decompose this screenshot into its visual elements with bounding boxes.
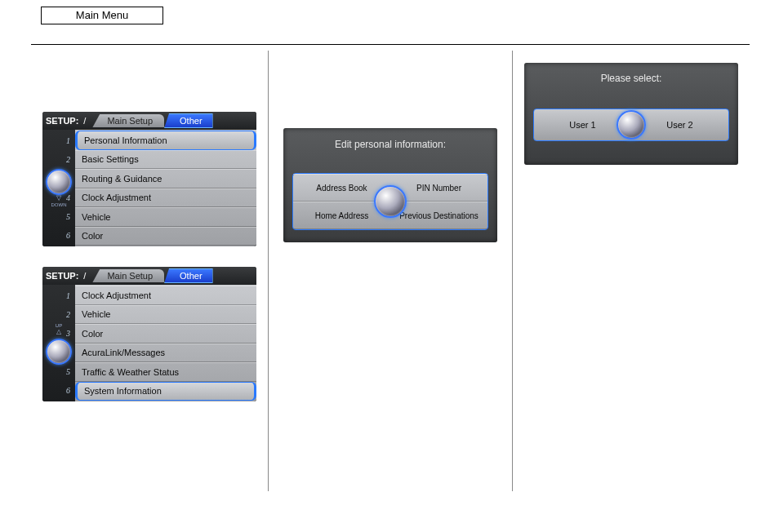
menu-item-traffic-weather[interactable]: Traffic & Weather Status: [75, 362, 256, 382]
chevron-down-icon: ▽: [51, 195, 67, 202]
row-number: 6: [42, 231, 73, 240]
screen-header: SETUP: / Main Setup Other: [42, 267, 256, 285]
selector-knob[interactable]: [374, 185, 407, 218]
column-1: SETUP: / Main Setup Other 1 2 3 4 5 6: [31, 51, 268, 491]
row-number: 1: [42, 291, 73, 300]
edit-personal-info-screen: Edit personal information: Address Book …: [283, 128, 497, 242]
user-body: User 1 User 2: [524, 94, 738, 155]
setup-label: SETUP:: [46, 271, 78, 281]
columns: SETUP: / Main Setup Other 1 2 3 4 5 6: [31, 51, 750, 491]
info-body: Address Book Home Address PIN Number Pre…: [283, 161, 497, 242]
up-arrow-icon[interactable]: UP △: [56, 322, 62, 335]
menu-item-color[interactable]: Color: [75, 324, 256, 344]
info-panel: Address Book Home Address PIN Number Pre…: [292, 173, 488, 230]
setup-screen-1: SETUP: / Main Setup Other 1 2 3 4 5 6: [42, 112, 256, 246]
slash: /: [83, 271, 86, 281]
user-select-screen: Please select: User 1 User 2: [524, 63, 738, 165]
divider: [31, 44, 750, 45]
down-arrow-icon[interactable]: ▽ DOWN: [51, 195, 67, 208]
selector-knob[interactable]: [46, 169, 72, 195]
menu-item-clock-adjustment[interactable]: Clock Adjustment: [75, 188, 256, 208]
knob-column: 1 2 3 4 5 6 ▽ DOWN: [42, 130, 75, 246]
menu-item-clock-adjustment[interactable]: Clock Adjustment: [75, 286, 256, 305]
tab-other[interactable]: Other: [164, 268, 213, 283]
knob-column: 1 2 3 4 5 6 UP △: [42, 285, 75, 401]
menu-list: Personal Information Basic Settings Rout…: [75, 130, 256, 246]
setup-screen-2: SETUP: / Main Setup Other 1 2 3 4 5 6: [42, 267, 256, 401]
tab-main-setup[interactable]: Main Setup: [92, 114, 164, 127]
row-number: 5: [42, 367, 73, 376]
screen-header: SETUP: / Main Setup Other: [42, 112, 256, 130]
main-menu-button[interactable]: Main Menu: [41, 7, 163, 24]
row-number: 5: [42, 212, 73, 221]
row-number: 2: [42, 155, 73, 164]
down-label: DOWN: [51, 202, 67, 208]
chevron-up-icon: △: [56, 329, 62, 335]
user-panel: User 1 User 2: [533, 109, 729, 141]
screen-title: Please select:: [524, 63, 738, 94]
setup-label: SETUP:: [46, 116, 78, 126]
row-number: 2: [42, 310, 73, 319]
tab-main-setup[interactable]: Main Setup: [92, 269, 164, 282]
menu-item-personal-information[interactable]: Personal Information: [75, 131, 256, 150]
menu-item-color[interactable]: Color: [75, 227, 256, 246]
column-2: Edit personal information: Address Book …: [268, 51, 513, 491]
column-3: Please select: User 1 User 2: [513, 51, 750, 491]
menu-item-basic-settings[interactable]: Basic Settings: [75, 150, 256, 170]
menu-item-acuralink-messages[interactable]: AcuraLink/Messages: [75, 344, 256, 363]
menu-item-system-information[interactable]: System Information: [75, 382, 256, 401]
selector-knob[interactable]: [46, 339, 72, 365]
tab-other[interactable]: Other: [164, 113, 213, 128]
menu-item-vehicle[interactable]: Vehicle: [75, 207, 256, 227]
slash: /: [83, 116, 86, 126]
screen-title: Edit personal information:: [283, 128, 497, 161]
menu-body: 1 2 3 4 5 6 ▽ DOWN Personal Information: [42, 130, 256, 246]
row-number: 1: [42, 136, 73, 145]
menu-body: 1 2 3 4 5 6 UP △ Clock Adjustment: [42, 285, 256, 401]
menu-item-vehicle[interactable]: Vehicle: [75, 305, 256, 325]
selector-knob[interactable]: [617, 110, 646, 140]
menu-item-routing-guidance[interactable]: Routing & Guidance: [75, 169, 256, 188]
row-number: 6: [42, 386, 73, 395]
menu-list: Clock Adjustment Vehicle Color AcuraLink…: [75, 285, 256, 401]
